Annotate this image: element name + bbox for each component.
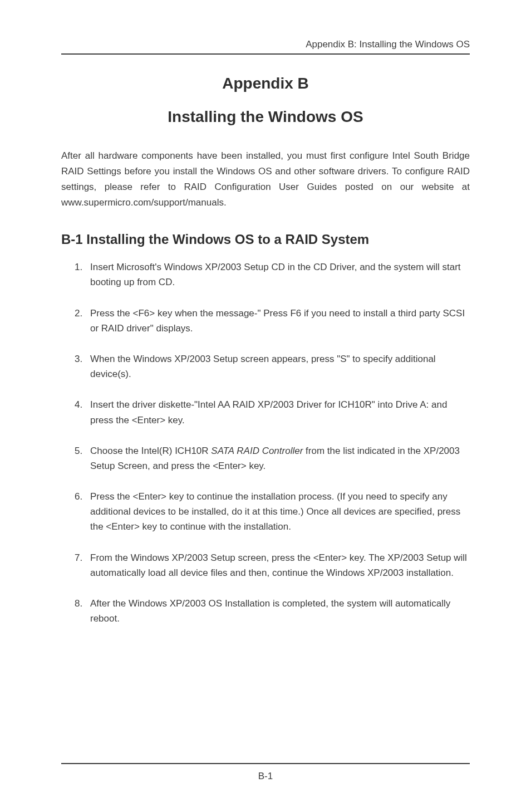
list-item: Insert the driver diskette-"Intel AA RAI… xyxy=(75,397,470,427)
step-text: From the Windows XP/2003 Setup screen, p… xyxy=(90,552,467,578)
step-text: When the Windows XP/2003 Setup screen ap… xyxy=(90,354,436,379)
list-item: After the Windows XP/2003 OS Installatio… xyxy=(75,596,470,626)
steps-list: Insert Microsoft's Windows XP/2003 Setup… xyxy=(61,260,470,626)
list-item: Press the <F6> key when the message-" Pr… xyxy=(75,306,470,336)
running-header: Appendix B: Installing the Windows OS xyxy=(61,39,470,55)
section-heading: B-1 Installing the Windows OS to a RAID … xyxy=(61,232,470,247)
step-text: Insert Microsoft's Windows XP/2003 Setup… xyxy=(90,262,461,287)
list-item: From the Windows XP/2003 Setup screen, p… xyxy=(75,550,470,580)
appendix-label: Appendix B xyxy=(61,75,470,92)
list-item: Press the <Enter> key to continue the in… xyxy=(75,489,470,535)
step-text-pre: Choose the Intel(R) ICH10R xyxy=(90,446,211,456)
list-item: Choose the Intel(R) ICH10R SATA RAID Con… xyxy=(75,443,470,473)
page-number: B-1 xyxy=(61,771,470,782)
step-text: Press the <Enter> key to continue the in… xyxy=(90,491,460,532)
list-item: Insert Microsoft's Windows XP/2003 Setup… xyxy=(75,260,470,290)
step-text: Insert the driver diskette-"Intel AA RAI… xyxy=(90,399,447,425)
step-text: Press the <F6> key when the message-" Pr… xyxy=(90,308,465,334)
list-item: When the Windows XP/2003 Setup screen ap… xyxy=(75,351,470,381)
running-header-text: Appendix B: Installing the Windows OS xyxy=(306,39,470,50)
step-text: After the Windows XP/2003 OS Installatio… xyxy=(90,598,450,624)
step-text-italic: SATA RAID Controller xyxy=(211,446,303,456)
intro-paragraph: After all hardware components have been … xyxy=(61,148,470,211)
main-title: Installing the Windows OS xyxy=(61,108,470,126)
footer-rule xyxy=(61,763,470,764)
footer: B-1 xyxy=(61,763,470,782)
